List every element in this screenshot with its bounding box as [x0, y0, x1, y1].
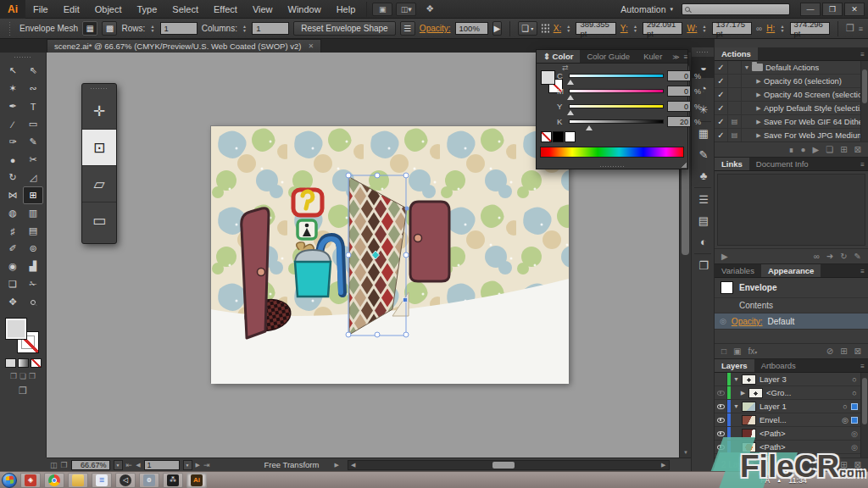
layer-row[interactable]: ▼ Layer 3 ○: [715, 373, 860, 386]
menu-effect[interactable]: Effect: [206, 0, 245, 19]
selection-tool[interactable]: ↖: [3, 62, 23, 80]
start-button[interactable]: [2, 473, 17, 488]
panel-grip[interactable]: [14, 56, 32, 59]
new-stroke-icon[interactable]: □: [721, 347, 726, 356]
opacity-link[interactable]: Opacity:: [420, 24, 451, 33]
appearance-row-contents[interactable]: Contents: [715, 298, 868, 313]
dialog-toggle[interactable]: ▤: [728, 129, 742, 141]
options-list-icon[interactable]: ☰: [400, 21, 415, 36]
columns-stepper[interactable]: ▲▼: [242, 25, 248, 33]
edit-envelope-icon-button[interactable]: ▩: [102, 21, 117, 36]
slider-thumb[interactable]: [586, 125, 593, 130]
action-check[interactable]: ✓: [715, 88, 728, 101]
add-effect-icon[interactable]: fx▾: [748, 347, 758, 356]
begin-recording-icon[interactable]: ●: [801, 145, 806, 154]
menu-object[interactable]: Object: [87, 0, 130, 19]
tab-color[interactable]: ⇕ Color: [537, 50, 580, 63]
dialog-toggle[interactable]: [728, 102, 742, 114]
magic-wand-tool[interactable]: ✶: [3, 80, 23, 97]
align-panel-icon[interactable]: ≡: [859, 25, 863, 33]
next-artboard-icon[interactable]: ▶: [196, 462, 200, 469]
expand-icon[interactable]: ▶: [754, 132, 764, 139]
target-icon[interactable]: ◎: [849, 443, 860, 452]
menu-type[interactable]: Type: [130, 0, 165, 19]
stroke-panel-icon[interactable]: ☰: [692, 189, 715, 210]
graphic-styles-panel-icon[interactable]: ❐: [692, 255, 715, 276]
expand-icon[interactable]: ▶: [737, 390, 748, 396]
slice-tool[interactable]: ✁: [23, 275, 43, 293]
toggle-icon[interactable]: ◎: [720, 317, 726, 325]
delete-action-icon[interactable]: ⊠: [854, 145, 861, 154]
hand-tool[interactable]: ✥: [3, 293, 23, 311]
shape-builder-tool[interactable]: ◍: [3, 204, 23, 222]
arrange-documents-icon[interactable]: ◫▾: [396, 3, 416, 16]
dialog-toggle[interactable]: [728, 88, 742, 101]
h-label[interactable]: H:: [766, 24, 775, 33]
expand-icon[interactable]: ▶: [754, 78, 764, 85]
gradient-mode-button[interactable]: [18, 358, 29, 368]
tab-variables[interactable]: Variables: [715, 264, 761, 277]
transform-panel-icon[interactable]: ❒: [846, 23, 854, 34]
draw-normal-mode[interactable]: ❐: [10, 372, 17, 380]
play-action-icon[interactable]: ▶: [813, 145, 820, 154]
action-check[interactable]: ✓: [715, 115, 728, 128]
opacity-flyout-icon[interactable]: ▶: [492, 21, 502, 36]
target-icon[interactable]: ◎: [839, 416, 851, 424]
live-paint-bucket-tool[interactable]: ◉: [3, 258, 23, 275]
color-spectrum-bar[interactable]: [540, 147, 684, 158]
zoom-dropdown-icon[interactable]: ▼: [114, 460, 123, 470]
links-list[interactable]: [717, 174, 865, 246]
visibility-toggle[interactable]: [715, 413, 727, 426]
action-row[interactable]: ✓ ▤ ▶ Save For Web JPG Medium: [715, 129, 860, 142]
layer-name[interactable]: <Gro...: [766, 388, 849, 397]
y-stepper[interactable]: ▲▼: [632, 25, 638, 33]
constrain-proportions-icon[interactable]: ∞: [756, 24, 762, 33]
rotate-tool[interactable]: ↻: [3, 169, 23, 186]
appearance-row-envelope[interactable]: Envelope: [715, 278, 868, 298]
layer-row[interactable]: ▶ <Gro... ○: [715, 386, 860, 400]
show-link-info-icon[interactable]: ▶: [721, 252, 728, 261]
zoom-tool[interactable]: [23, 293, 43, 311]
fill-swatch[interactable]: [541, 70, 555, 85]
status-flyout-icon[interactable]: ▶: [334, 462, 338, 469]
panel-menu-icon[interactable]: ≡: [860, 51, 865, 58]
new-action-icon[interactable]: ⊞: [840, 145, 847, 154]
widget-grip[interactable]: [90, 87, 108, 91]
magenta-slider[interactable]: [569, 89, 664, 93]
width-tool[interactable]: ⋈: [3, 186, 23, 204]
scroll-down-icon[interactable]: ▼: [680, 447, 691, 458]
line-segment-tool[interactable]: ∕: [3, 115, 23, 133]
white-swatch[interactable]: [565, 131, 576, 142]
layer-row[interactable]: ▼ Layer 1 ○: [715, 400, 860, 413]
target-icon[interactable]: ○: [849, 375, 860, 384]
action-check[interactable]: ✓: [715, 75, 728, 87]
panel-menu-icon[interactable]: ≡: [684, 53, 688, 61]
target-icon[interactable]: ○: [849, 389, 860, 397]
cs-live-icon[interactable]: ❖: [420, 3, 440, 16]
x-input[interactable]: 389.355 pt: [576, 22, 615, 35]
free-transform-button[interactable]: ⊡: [82, 130, 116, 166]
w-input[interactable]: 137.175 pt: [712, 22, 752, 35]
w-stepper[interactable]: ▲▼: [701, 25, 707, 33]
collapse-panel-icon[interactable]: ≫: [672, 53, 679, 61]
scale-tool[interactable]: ◿: [23, 169, 43, 186]
yellow-slider[interactable]: [569, 104, 664, 108]
tab-layers[interactable]: Layers: [715, 359, 754, 372]
scrollbar-thumb[interactable]: [862, 69, 867, 103]
gradient-panel-icon[interactable]: ▤: [692, 210, 715, 231]
draw-behind-mode[interactable]: ❏: [19, 372, 26, 380]
none-swatch[interactable]: [541, 131, 552, 142]
opacity-input[interactable]: 100%: [455, 22, 488, 35]
screen-mode-button[interactable]: ❒: [0, 385, 46, 396]
menu-file[interactable]: File: [25, 0, 56, 19]
artboard-dropdown-icon[interactable]: ▼: [183, 460, 192, 470]
duplicate-item-icon[interactable]: ⊞: [840, 347, 847, 356]
slider-thumb[interactable]: [567, 95, 574, 100]
panel-menu-icon[interactable]: ≡: [860, 268, 865, 275]
paintbrush-tool[interactable]: ✑: [3, 133, 23, 151]
taskbar-app-illustrator[interactable]: Ai: [186, 473, 207, 488]
columns-input[interactable]: 1: [252, 22, 289, 35]
stepper-down-icon[interactable]: ▼: [242, 29, 248, 33]
menu-edit[interactable]: Edit: [56, 0, 87, 19]
new-fill-icon[interactable]: ▣: [733, 347, 741, 356]
